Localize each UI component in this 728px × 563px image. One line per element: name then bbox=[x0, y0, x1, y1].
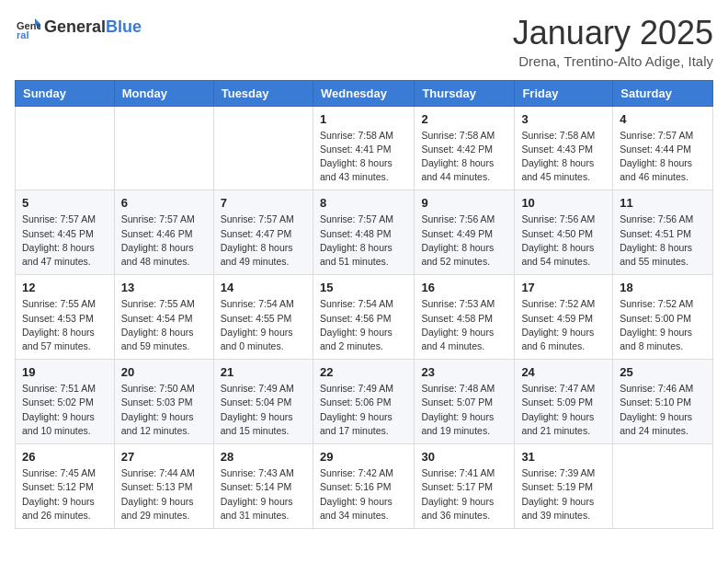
calendar-cell: 23Sunrise: 7:48 AMSunset: 5:07 PMDayligh… bbox=[415, 360, 515, 444]
day-number: 3 bbox=[521, 112, 606, 126]
calendar-cell: 21Sunrise: 7:49 AMSunset: 5:04 PMDayligh… bbox=[213, 360, 313, 444]
calendar-cell bbox=[16, 106, 115, 190]
calendar-cell: 24Sunrise: 7:47 AMSunset: 5:09 PMDayligh… bbox=[515, 360, 613, 444]
day-number: 27 bbox=[121, 450, 207, 464]
weekday-header: Sunday bbox=[16, 80, 115, 106]
day-number: 29 bbox=[320, 450, 407, 464]
calendar-week-row: 5Sunrise: 7:57 AMSunset: 4:45 PMDaylight… bbox=[16, 190, 713, 275]
calendar-cell: 3Sunrise: 7:58 AMSunset: 4:43 PMDaylight… bbox=[515, 106, 613, 190]
weekday-header: Friday bbox=[515, 80, 613, 106]
day-info: Sunrise: 7:47 AMSunset: 5:09 PMDaylight:… bbox=[521, 382, 606, 438]
logo-general-text: General bbox=[44, 17, 106, 36]
day-info: Sunrise: 7:57 AMSunset: 4:45 PMDaylight:… bbox=[22, 213, 108, 269]
day-number: 6 bbox=[121, 196, 207, 210]
calendar-cell: 28Sunrise: 7:43 AMSunset: 5:14 PMDayligh… bbox=[213, 444, 313, 529]
day-info: Sunrise: 7:39 AMSunset: 5:19 PMDaylight:… bbox=[521, 466, 606, 523]
svg-text:ral: ral bbox=[17, 29, 28, 40]
day-number: 20 bbox=[121, 365, 207, 379]
day-number: 26 bbox=[22, 450, 108, 464]
day-number: 25 bbox=[620, 365, 706, 379]
calendar-cell: 9Sunrise: 7:56 AMSunset: 4:49 PMDaylight… bbox=[415, 190, 515, 275]
day-info: Sunrise: 7:57 AMSunset: 4:46 PMDaylight:… bbox=[121, 213, 207, 269]
weekday-header: Monday bbox=[114, 80, 213, 106]
calendar-cell: 22Sunrise: 7:49 AMSunset: 5:06 PMDayligh… bbox=[313, 360, 414, 444]
day-number: 14 bbox=[221, 281, 306, 294]
calendar-cell: 12Sunrise: 7:55 AMSunset: 4:53 PMDayligh… bbox=[16, 275, 115, 360]
calendar-cell: 16Sunrise: 7:53 AMSunset: 4:58 PMDayligh… bbox=[415, 275, 515, 360]
day-number: 23 bbox=[421, 365, 507, 379]
day-info: Sunrise: 7:54 AMSunset: 4:55 PMDaylight:… bbox=[221, 297, 306, 353]
weekday-header: Wednesday bbox=[313, 80, 414, 106]
day-info: Sunrise: 7:52 AMSunset: 5:00 PMDaylight:… bbox=[620, 297, 706, 353]
calendar-cell: 26Sunrise: 7:45 AMSunset: 5:12 PMDayligh… bbox=[16, 444, 115, 529]
weekday-header-row: SundayMondayTuesdayWednesdayThursdayFrid… bbox=[16, 80, 713, 106]
weekday-header: Thursday bbox=[415, 80, 515, 106]
day-info: Sunrise: 7:56 AMSunset: 4:51 PMDaylight:… bbox=[620, 213, 706, 269]
day-number: 11 bbox=[620, 196, 706, 210]
day-info: Sunrise: 7:49 AMSunset: 5:06 PMDaylight:… bbox=[320, 382, 407, 438]
day-info: Sunrise: 7:52 AMSunset: 4:59 PMDaylight:… bbox=[521, 297, 606, 353]
calendar-cell: 19Sunrise: 7:51 AMSunset: 5:02 PMDayligh… bbox=[16, 360, 115, 444]
calendar-week-row: 26Sunrise: 7:45 AMSunset: 5:12 PMDayligh… bbox=[16, 444, 713, 529]
day-info: Sunrise: 7:57 AMSunset: 4:44 PMDaylight:… bbox=[620, 129, 706, 185]
calendar-week-row: 12Sunrise: 7:55 AMSunset: 4:53 PMDayligh… bbox=[16, 275, 713, 360]
day-number: 15 bbox=[320, 281, 407, 294]
day-number: 9 bbox=[421, 196, 507, 210]
day-number: 24 bbox=[521, 365, 606, 379]
calendar-week-row: 19Sunrise: 7:51 AMSunset: 5:02 PMDayligh… bbox=[16, 360, 713, 444]
day-number: 28 bbox=[221, 450, 306, 464]
calendar-cell: 6Sunrise: 7:57 AMSunset: 4:46 PMDaylight… bbox=[114, 190, 213, 275]
calendar-cell bbox=[213, 106, 313, 190]
calendar-cell: 4Sunrise: 7:57 AMSunset: 4:44 PMDaylight… bbox=[613, 106, 713, 190]
day-number: 21 bbox=[221, 365, 306, 379]
day-info: Sunrise: 7:54 AMSunset: 4:56 PMDaylight:… bbox=[320, 297, 407, 353]
calendar-cell: 5Sunrise: 7:57 AMSunset: 4:45 PMDaylight… bbox=[16, 190, 115, 275]
day-info: Sunrise: 7:43 AMSunset: 5:14 PMDaylight:… bbox=[221, 466, 306, 523]
day-info: Sunrise: 7:55 AMSunset: 4:53 PMDaylight:… bbox=[22, 297, 108, 353]
day-number: 8 bbox=[320, 196, 407, 210]
day-number: 2 bbox=[421, 112, 507, 126]
day-number: 31 bbox=[521, 450, 606, 464]
calendar-cell: 2Sunrise: 7:58 AMSunset: 4:42 PMDaylight… bbox=[415, 106, 515, 190]
calendar-cell: 29Sunrise: 7:42 AMSunset: 5:16 PMDayligh… bbox=[313, 444, 414, 529]
day-number: 22 bbox=[320, 365, 407, 379]
day-info: Sunrise: 7:53 AMSunset: 4:58 PMDaylight:… bbox=[421, 297, 507, 353]
calendar-cell: 25Sunrise: 7:46 AMSunset: 5:10 PMDayligh… bbox=[613, 360, 713, 444]
day-number: 12 bbox=[22, 281, 108, 294]
calendar-cell: 1Sunrise: 7:58 AMSunset: 4:41 PMDaylight… bbox=[313, 106, 414, 190]
calendar-cell: 27Sunrise: 7:44 AMSunset: 5:13 PMDayligh… bbox=[114, 444, 213, 529]
calendar-cell: 31Sunrise: 7:39 AMSunset: 5:19 PMDayligh… bbox=[515, 444, 613, 529]
calendar-week-row: 1Sunrise: 7:58 AMSunset: 4:41 PMDaylight… bbox=[16, 106, 713, 190]
calendar-cell: 18Sunrise: 7:52 AMSunset: 5:00 PMDayligh… bbox=[613, 275, 713, 360]
weekday-header: Tuesday bbox=[213, 80, 313, 106]
day-info: Sunrise: 7:50 AMSunset: 5:03 PMDaylight:… bbox=[121, 382, 207, 438]
day-info: Sunrise: 7:57 AMSunset: 4:48 PMDaylight:… bbox=[320, 213, 407, 269]
calendar-cell: 8Sunrise: 7:57 AMSunset: 4:48 PMDaylight… bbox=[313, 190, 414, 275]
calendar-cell: 13Sunrise: 7:55 AMSunset: 4:54 PMDayligh… bbox=[114, 275, 213, 360]
calendar-cell: 17Sunrise: 7:52 AMSunset: 4:59 PMDayligh… bbox=[515, 275, 613, 360]
calendar-table: SundayMondayTuesdayWednesdayThursdayFrid… bbox=[15, 80, 713, 529]
logo-blue-text: Blue bbox=[106, 17, 142, 36]
day-info: Sunrise: 7:58 AMSunset: 4:43 PMDaylight:… bbox=[521, 129, 606, 185]
day-number: 16 bbox=[421, 281, 507, 294]
day-number: 13 bbox=[121, 281, 207, 294]
day-number: 19 bbox=[22, 365, 108, 379]
day-info: Sunrise: 7:56 AMSunset: 4:49 PMDaylight:… bbox=[421, 213, 507, 269]
calendar-cell: 20Sunrise: 7:50 AMSunset: 5:03 PMDayligh… bbox=[114, 360, 213, 444]
day-number: 7 bbox=[221, 196, 306, 210]
day-number: 10 bbox=[521, 196, 606, 210]
day-info: Sunrise: 7:57 AMSunset: 4:47 PMDaylight:… bbox=[221, 213, 306, 269]
page-header: Gene ral GeneralBlue January 2025 Drena,… bbox=[15, 15, 713, 69]
day-info: Sunrise: 7:48 AMSunset: 5:07 PMDaylight:… bbox=[421, 382, 507, 438]
day-number: 17 bbox=[521, 281, 606, 294]
day-info: Sunrise: 7:58 AMSunset: 4:42 PMDaylight:… bbox=[421, 129, 507, 185]
day-number: 30 bbox=[421, 450, 507, 464]
day-number: 4 bbox=[620, 112, 706, 126]
calendar-cell: 7Sunrise: 7:57 AMSunset: 4:47 PMDaylight… bbox=[213, 190, 313, 275]
calendar-cell bbox=[613, 444, 713, 529]
calendar-cell: 14Sunrise: 7:54 AMSunset: 4:55 PMDayligh… bbox=[213, 275, 313, 360]
title-block: January 2025 Drena, Trentino-Alto Adige,… bbox=[513, 15, 713, 69]
logo-icon: Gene ral bbox=[15, 15, 40, 40]
day-info: Sunrise: 7:44 AMSunset: 5:13 PMDaylight:… bbox=[121, 466, 207, 523]
day-info: Sunrise: 7:51 AMSunset: 5:02 PMDaylight:… bbox=[22, 382, 108, 438]
